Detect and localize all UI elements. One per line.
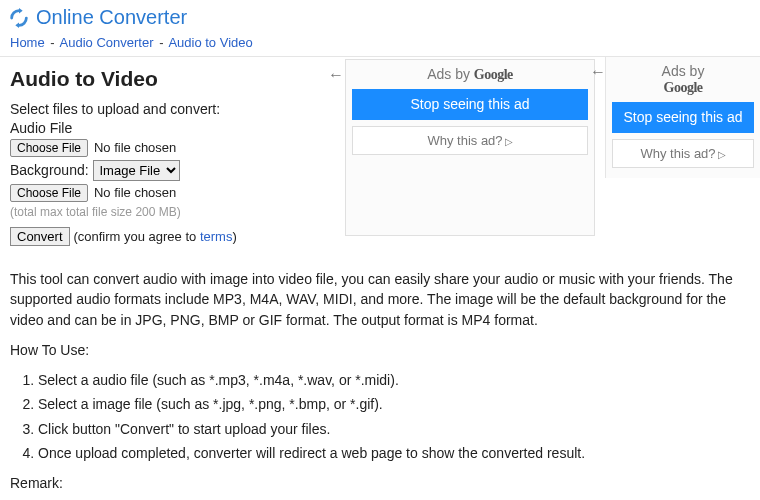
ad-box-inline: ← Ads by Google Stop seeing this ad Why … [345, 59, 595, 236]
choose-image-button[interactable]: Choose File [10, 184, 88, 202]
audio-file-label: Audio File [10, 120, 335, 136]
confirm-text: (confirm you agree to terms) [73, 229, 236, 244]
page-title: Audio to Video [10, 67, 335, 91]
select-files-label: Select files to upload and convert: [10, 101, 335, 117]
audio-no-file-text: No file chosen [94, 140, 176, 155]
remark-heading: Remark: [10, 473, 750, 493]
howto-step: Select a audio file (such as *.mp3, *.m4… [38, 370, 750, 390]
howto-step: Select a image file (such as *.jpg, *.pn… [38, 394, 750, 414]
image-no-file-text: No file chosen [94, 185, 176, 200]
ad-box-rail: ← Ads by Google Stop seeing this ad Why … [605, 57, 760, 178]
file-size-hint: (total max total file size 200 MB) [10, 205, 335, 219]
howto-step: Click button "Convert" to start upload y… [38, 419, 750, 439]
choose-audio-button[interactable]: Choose File [10, 139, 88, 157]
howto-step: Once upload completed, converter will re… [38, 443, 750, 463]
description-paragraph: This tool can convert audio with image i… [10, 269, 750, 330]
background-select[interactable]: Image File [93, 160, 180, 181]
stop-seeing-ad-button[interactable]: Stop seeing this ad [612, 102, 754, 133]
background-label: Background: [10, 162, 89, 178]
refresh-logo-icon [8, 7, 30, 29]
stop-seeing-ad-button[interactable]: Stop seeing this ad [352, 89, 588, 120]
close-ad-icon[interactable]: ← [590, 63, 606, 81]
why-this-ad-button[interactable]: Why this ad?▷ [612, 139, 754, 168]
why-this-ad-button[interactable]: Why this ad?▷ [352, 126, 588, 155]
breadcrumb: Home - Audio Converter - Audio to Video [0, 33, 760, 56]
description-section: This tool can convert audio with image i… [0, 257, 760, 500]
convert-button[interactable]: Convert [10, 227, 70, 246]
ads-by-label: Ads by Google [612, 63, 754, 96]
header: Online Converter [0, 0, 760, 33]
ads-by-label: Ads by Google [352, 66, 588, 83]
svg-marker-0 [19, 7, 23, 12]
adchoices-icon: ▷ [718, 149, 726, 160]
breadcrumb-category[interactable]: Audio Converter [60, 35, 154, 50]
breadcrumb-home[interactable]: Home [10, 35, 45, 50]
terms-link[interactable]: terms [200, 229, 233, 244]
svg-marker-1 [15, 22, 19, 28]
howto-heading: How To Use: [10, 340, 750, 360]
howto-steps: Select a audio file (such as *.mp3, *.m4… [10, 370, 750, 463]
site-title[interactable]: Online Converter [36, 6, 187, 29]
close-ad-icon[interactable]: ← [328, 66, 344, 84]
breadcrumb-current[interactable]: Audio to Video [168, 35, 252, 50]
adchoices-icon: ▷ [505, 136, 513, 147]
